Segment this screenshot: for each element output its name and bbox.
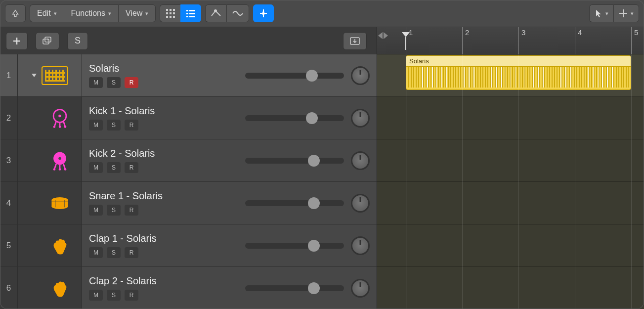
slider-thumb[interactable] bbox=[308, 197, 320, 209]
mute-button[interactable]: M bbox=[89, 77, 103, 88]
arrange-lane[interactable] bbox=[377, 224, 644, 267]
slider-thumb[interactable] bbox=[308, 282, 320, 294]
svg-rect-14 bbox=[189, 16, 195, 17]
volume-slider[interactable] bbox=[245, 115, 344, 121]
solo-button[interactable]: S bbox=[107, 205, 121, 216]
duplicate-track-button[interactable]: + bbox=[36, 32, 59, 50]
grid-icon-button[interactable] bbox=[160, 4, 180, 22]
grid-barline bbox=[575, 27, 575, 309]
flex-icon-button[interactable] bbox=[226, 4, 249, 22]
svg-rect-6 bbox=[166, 16, 168, 18]
grid-icon bbox=[166, 8, 175, 18]
record-button[interactable]: R bbox=[125, 247, 138, 258]
track-row[interactable]: 3Kick 2 - SolarisMSR bbox=[0, 139, 377, 182]
mute-button[interactable]: M bbox=[89, 247, 103, 258]
up-button[interactable] bbox=[5, 4, 26, 22]
pan-knob[interactable] bbox=[351, 236, 370, 255]
track-row[interactable]: 6Clap 2 - SolarisMSR bbox=[0, 267, 377, 309]
arrange-lane[interactable] bbox=[377, 97, 644, 139]
slider-thumb[interactable] bbox=[308, 240, 320, 252]
volume-slider[interactable] bbox=[245, 285, 344, 291]
solo-button[interactable]: S bbox=[107, 77, 121, 88]
pan-knob[interactable] bbox=[351, 109, 370, 128]
pointer-tool-button[interactable]: ▾ bbox=[589, 4, 613, 22]
slider-thumb[interactable] bbox=[306, 112, 318, 124]
mute-button[interactable]: M bbox=[89, 120, 103, 131]
automation-icon-button[interactable] bbox=[205, 4, 226, 22]
solo-button[interactable]: S bbox=[107, 290, 121, 301]
track-number: 1 bbox=[0, 54, 18, 96]
track-row[interactable]: 5Clap 1 - SolarisMSR bbox=[0, 224, 377, 267]
functions-menu[interactable]: Functions ▾ bbox=[64, 4, 118, 22]
volume-slider[interactable] bbox=[245, 200, 344, 206]
track-icon-cell bbox=[18, 182, 82, 224]
edit-menu[interactable]: Edit ▾ bbox=[30, 4, 64, 22]
pattern-sequencer-icon bbox=[42, 66, 68, 85]
chevron-down-icon: ▾ bbox=[605, 10, 608, 17]
arrange-lane[interactable] bbox=[377, 139, 644, 182]
svg-rect-13 bbox=[186, 16, 188, 17]
secondary-tool-button[interactable]: ▾ bbox=[613, 4, 639, 22]
track-name[interactable]: Clap 2 - Solaris bbox=[89, 275, 238, 287]
track-name[interactable]: Solaris bbox=[89, 63, 238, 74]
grid-barline bbox=[462, 27, 463, 309]
view-menu-label: View bbox=[126, 9, 142, 18]
svg-point-29 bbox=[58, 126, 61, 128]
catch-icon bbox=[258, 8, 268, 18]
track-row[interactable]: 1SolarisMSR bbox=[0, 54, 377, 97]
track-row[interactable]: 2Kick 1 - SolarisMSR bbox=[0, 97, 377, 139]
track-name[interactable]: Clap 1 - Solaris bbox=[89, 233, 238, 244]
arrange-area[interactable]: 12345 Solaris bbox=[377, 27, 644, 309]
arrange-lane[interactable] bbox=[377, 182, 644, 224]
track-number: 3 bbox=[0, 139, 18, 181]
svg-point-26 bbox=[58, 114, 61, 117]
disclosure-triangle-icon[interactable] bbox=[32, 74, 37, 77]
cycle-locators[interactable] bbox=[378, 32, 388, 39]
slider-thumb[interactable] bbox=[306, 70, 318, 82]
pan-knob[interactable] bbox=[351, 279, 370, 298]
track-icon-cell bbox=[18, 54, 82, 96]
svg-point-37 bbox=[51, 203, 68, 209]
track-name[interactable]: Snare 1 - Solaris bbox=[89, 190, 238, 202]
svg-point-34 bbox=[58, 168, 61, 171]
svg-point-32 bbox=[53, 168, 55, 171]
record-button[interactable]: R bbox=[125, 120, 138, 131]
solo-button[interactable]: S bbox=[107, 162, 121, 173]
mute-button[interactable]: M bbox=[89, 205, 103, 216]
record-button[interactable]: R bbox=[125, 77, 138, 88]
pan-knob[interactable] bbox=[351, 151, 370, 170]
track-name[interactable]: Kick 1 - Solaris bbox=[89, 105, 238, 117]
record-button[interactable]: R bbox=[125, 290, 138, 301]
solo-button[interactable]: S bbox=[107, 247, 121, 258]
list-icon-button[interactable] bbox=[180, 4, 201, 22]
mute-button[interactable]: M bbox=[89, 162, 103, 173]
volume-slider[interactable] bbox=[245, 243, 344, 249]
global-solo-button[interactable]: S bbox=[67, 32, 88, 50]
track-number: 2 bbox=[0, 97, 18, 139]
track-name[interactable]: Kick 2 - Solaris bbox=[89, 148, 238, 159]
track-row[interactable]: 4Snare 1 - SolarisMSR bbox=[0, 182, 377, 224]
view-menu[interactable]: View ▾ bbox=[118, 4, 156, 22]
volume-slider[interactable] bbox=[245, 73, 344, 79]
volume-slider[interactable] bbox=[245, 158, 344, 164]
pan-knob[interactable] bbox=[351, 66, 370, 85]
svg-text:+: + bbox=[46, 37, 49, 42]
svg-rect-7 bbox=[170, 16, 172, 18]
svg-rect-0 bbox=[166, 9, 168, 11]
record-button[interactable]: R bbox=[125, 162, 138, 173]
track-number: 5 bbox=[0, 224, 18, 266]
duplicate-icon: + bbox=[42, 37, 53, 45]
arrange-lane[interactable] bbox=[377, 267, 644, 309]
svg-point-15 bbox=[214, 9, 217, 12]
bar-ruler[interactable]: 12345 bbox=[377, 27, 644, 54]
pan-knob[interactable] bbox=[351, 194, 370, 213]
catch-playhead-button[interactable] bbox=[253, 4, 274, 22]
add-track-button[interactable] bbox=[6, 32, 28, 50]
slider-thumb[interactable] bbox=[308, 155, 320, 167]
import-button[interactable] bbox=[343, 32, 367, 50]
track-body: Clap 2 - SolarisMSR bbox=[82, 267, 377, 309]
svg-rect-11 bbox=[186, 13, 188, 14]
mute-button[interactable]: M bbox=[89, 290, 103, 301]
record-button[interactable]: R bbox=[125, 205, 138, 216]
solo-button[interactable]: S bbox=[107, 120, 121, 131]
